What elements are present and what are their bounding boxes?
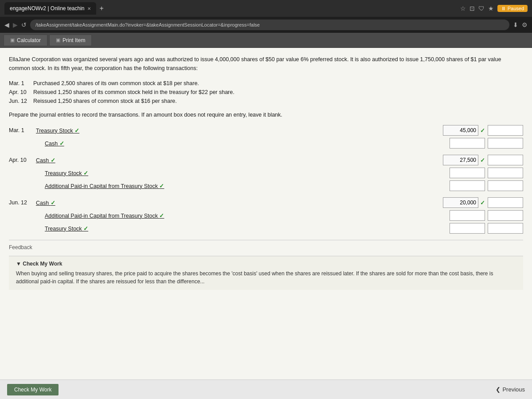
debit-group-jun12-3 <box>450 223 485 234</box>
check-icon: ✓ <box>83 225 88 232</box>
bookmark-icon[interactable]: ☆ <box>460 5 466 12</box>
address-bar: ◀ ▶ ↺ ⬇ ⚙ <box>0 17 532 33</box>
debit-input-apr10-1[interactable] <box>443 155 478 165</box>
debit-check-mar1-1: ✓ <box>480 127 485 134</box>
shield-icon[interactable]: 🛡 <box>478 5 485 12</box>
forward-icon[interactable]: ▶ <box>13 21 18 28</box>
account-treasury-stock-jun12: Treasury Stock ✓ <box>36 225 447 232</box>
chevron-left-icon: ❮ <box>496 386 501 393</box>
debit-group-jun12-2 <box>450 210 485 221</box>
check-icon: ✓ <box>83 170 88 176</box>
credit-input-mar1-2[interactable] <box>488 138 523 149</box>
calculator-label: Calculator <box>17 37 41 43</box>
credit-group-mar1-2 <box>488 138 523 149</box>
credit-group-jun12-1 <box>488 197 523 208</box>
credit-input-jun12-3[interactable] <box>488 223 523 234</box>
back-icon[interactable]: ◀ <box>4 21 9 28</box>
refresh-icon[interactable]: ↺ <box>21 21 27 28</box>
account-cash-apr10: Cash ✓ <box>36 157 440 164</box>
calculator-button[interactable]: ▣ Calculator <box>4 35 47 46</box>
account-cash-jun12: Cash ✓ <box>36 200 440 206</box>
transaction-date-1: Mar. 1 <box>9 79 33 88</box>
problem-intro: EllaJane Corporation was organized sever… <box>9 55 523 73</box>
journal-section-mar1: Mar. 1 Treasury Stock ✓ ✓ Cash ✓ <box>9 125 523 149</box>
list-item: Apr. 10 Reissued 1,250 shares of its com… <box>9 88 523 97</box>
credit-group-apr10-3 <box>488 180 523 191</box>
check-my-work-text: When buying and selling treasury shares,… <box>16 270 516 286</box>
paused-badge: ⏸ Paused <box>497 5 528 12</box>
debit-input-jun12-1[interactable] <box>443 197 478 208</box>
table-row: Apr. 10 Cash ✓ ✓ <box>9 155 523 165</box>
debit-input-jun12-2[interactable] <box>450 210 485 221</box>
extensions-icon[interactable]: ⊡ <box>469 5 475 12</box>
credit-input-mar1-1[interactable] <box>488 125 523 136</box>
credit-input-apr10-1[interactable] <box>488 155 523 165</box>
paused-label: Paused <box>508 6 524 11</box>
check-my-work-title[interactable]: ▼ Check My Work <box>16 261 516 267</box>
debit-group-mar1-2 <box>450 138 485 149</box>
debit-check-apr10-1: ✓ <box>480 157 485 164</box>
check-my-work-button[interactable]: Check My Work <box>7 384 59 395</box>
debit-group-jun12-1: ✓ <box>443 197 485 208</box>
bottom-bar: Check My Work ❮ Previous <box>0 379 532 399</box>
settings-icon[interactable]: ⚙ <box>522 21 528 28</box>
debit-input-mar1-2[interactable] <box>450 138 485 149</box>
credit-input-jun12-2[interactable] <box>488 210 523 221</box>
download-icon[interactable]: ⬇ <box>513 21 518 28</box>
credit-input-apr10-2[interactable] <box>488 168 523 178</box>
journal-section-apr10: Apr. 10 Cash ✓ ✓ Treasury Stock ✓ Addi <box>9 155 523 191</box>
menu-icon[interactable]: ★ <box>488 5 494 12</box>
table-row: Additional Paid-in Capital from Treasury… <box>9 210 523 221</box>
print-item-button[interactable]: ▣ Print Item <box>49 35 92 46</box>
calculator-icon: ▣ <box>10 37 15 43</box>
table-row: Jun. 12 Cash ✓ ✓ <box>9 197 523 208</box>
account-treasury-stock-mar1: Treasury Stock ✓ <box>36 127 440 134</box>
debit-input-apr10-3[interactable] <box>450 180 485 191</box>
toolbar-icons: ⬇ ⚙ <box>513 21 528 28</box>
app-toolbar: ▣ Calculator ▣ Print Item <box>0 33 532 48</box>
active-tab[interactable]: engageNOWv2 | Online teachin ✕ <box>4 2 96 15</box>
transaction-desc-1: Purchased 2,500 shares of its own common… <box>33 79 523 88</box>
check-icon: ✓ <box>159 212 164 219</box>
instruction: Prepare the journal entries to record th… <box>9 112 523 118</box>
previous-label: Previous <box>502 386 525 393</box>
credit-group-jun12-3 <box>488 223 523 234</box>
journal-section-jun12: Jun. 12 Cash ✓ ✓ Additional Paid-in Capi… <box>9 197 523 234</box>
tab-bar: engageNOWv2 | Online teachin ✕ + <box>4 2 106 15</box>
check-icon: ✓ <box>51 157 55 164</box>
feedback-label: Feedback <box>9 244 32 250</box>
list-item: Mar. 1 Purchased 2,500 shares of its own… <box>9 79 523 88</box>
credit-group-mar1-1 <box>488 125 523 136</box>
credit-input-apr10-3[interactable] <box>488 180 523 191</box>
table-row: Treasury Stock ✓ <box>9 168 523 178</box>
debit-input-mar1-1[interactable] <box>443 125 478 136</box>
list-item: Jun. 12 Reissued 1,250 shares of common … <box>9 97 523 106</box>
previous-button[interactable]: ❮ Previous <box>496 386 525 393</box>
table-row: Mar. 1 Treasury Stock ✓ ✓ <box>9 125 523 136</box>
credit-input-jun12-1[interactable] <box>488 197 523 208</box>
check-icon: ✓ <box>51 200 55 206</box>
address-input[interactable] <box>30 20 509 30</box>
transaction-date-2: Apr. 10 <box>9 88 33 97</box>
paused-icon: ⏸ <box>501 6 506 11</box>
check-icon: ✓ <box>159 183 164 189</box>
debit-input-apr10-2[interactable] <box>450 168 485 178</box>
table-row: Cash ✓ <box>9 138 523 149</box>
transaction-list: Mar. 1 Purchased 2,500 shares of its own… <box>9 79 523 106</box>
debit-group-apr10-3 <box>450 180 485 191</box>
table-row: Additional Paid-in Capital from Treasury… <box>9 180 523 191</box>
print-icon: ▣ <box>56 37 60 43</box>
print-label: Print Item <box>63 37 85 43</box>
problem-statement: EllaJane Corporation was organized sever… <box>9 55 523 73</box>
new-tab-button[interactable]: + <box>98 4 106 12</box>
journal-date-jun12: Jun. 12 <box>9 200 33 206</box>
tab-close-icon[interactable]: ✕ <box>87 6 91 11</box>
debit-group-apr10-1: ✓ <box>443 155 485 165</box>
credit-group-jun12-2 <box>488 210 523 221</box>
debit-group-mar1-1: ✓ <box>443 125 485 136</box>
account-apic-apr10: Additional Paid-in Capital from Treasury… <box>36 183 447 189</box>
transaction-desc-2: Reissued 1,250 shares of its common stoc… <box>33 88 523 97</box>
debit-input-jun12-3[interactable] <box>450 223 485 234</box>
account-treasury-stock-apr10: Treasury Stock ✓ <box>36 170 447 176</box>
account-apic-jun12: Additional Paid-in Capital from Treasury… <box>36 212 447 219</box>
